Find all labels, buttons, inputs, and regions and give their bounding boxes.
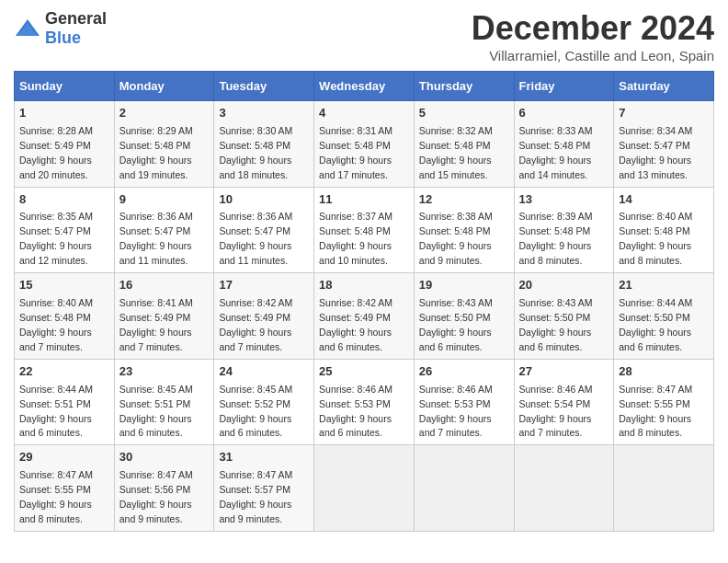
cell-info-line: Sunrise: 8:46 AM [319, 384, 392, 395]
calendar-cell: 31Sunrise: 8:47 AMSunset: 5:57 PMDayligh… [214, 445, 314, 532]
cell-info-line: Sunset: 5:56 PM [119, 484, 191, 495]
cell-info-line: Sunrise: 8:42 AM [219, 297, 292, 308]
cell-info-line: Sunset: 5:48 PM [319, 140, 391, 151]
cell-info-line: Daylight: 9 hours [219, 413, 291, 424]
cell-info-line: Daylight: 9 hours [319, 155, 392, 166]
day-number: 25 [319, 363, 409, 381]
logo-blue: Blue [45, 29, 81, 47]
cell-info-line: Daylight: 9 hours [419, 240, 492, 251]
cell-info-line: and 6 minutes. [19, 427, 83, 438]
calendar-cell: 10Sunrise: 8:36 AMSunset: 5:47 PMDayligh… [214, 187, 314, 273]
cell-info-line: Sunset: 5:49 PM [319, 312, 391, 323]
calendar-cell: 17Sunrise: 8:42 AMSunset: 5:49 PMDayligh… [214, 273, 314, 360]
cell-info-line: and 9 minutes. [419, 255, 483, 266]
cell-info-line: Daylight: 9 hours [19, 413, 92, 424]
cell-info-line: Sunset: 5:55 PM [19, 484, 91, 495]
calendar-cell: 21Sunrise: 8:44 AMSunset: 5:50 PMDayligh… [614, 273, 714, 360]
cell-info-line: Sunrise: 8:47 AM [19, 469, 93, 480]
day-number: 20 [519, 277, 609, 294]
calendar-cell: 2Sunrise: 8:29 AMSunset: 5:48 PMDaylight… [114, 101, 214, 188]
calendar-cell: 11Sunrise: 8:37 AMSunset: 5:48 PMDayligh… [314, 187, 415, 273]
day-number: 24 [219, 363, 309, 381]
cell-info-line: and 12 minutes. [19, 255, 88, 266]
week-row-3: 15Sunrise: 8:40 AMSunset: 5:48 PMDayligh… [15, 273, 714, 360]
cell-info-line: Sunset: 5:48 PM [19, 312, 91, 323]
calendar-cell: 3Sunrise: 8:30 AMSunset: 5:48 PMDaylight… [214, 101, 314, 188]
calendar-cell: 23Sunrise: 8:45 AMSunset: 5:51 PMDayligh… [114, 359, 214, 445]
cell-info-line: Daylight: 9 hours [19, 155, 92, 166]
day-number: 31 [219, 449, 309, 466]
cell-info-line: Sunrise: 8:34 AM [619, 125, 692, 136]
cell-info-line: Sunset: 5:48 PM [119, 140, 191, 151]
calendar-cell: 5Sunrise: 8:32 AMSunset: 5:48 PMDaylight… [414, 101, 514, 188]
week-row-1: 1Sunrise: 8:28 AMSunset: 5:49 PMDaylight… [15, 101, 714, 188]
calendar-table: SundayMondayTuesdayWednesdayThursdayFrid… [14, 71, 714, 532]
cell-info-line: and 6 minutes. [119, 427, 183, 438]
calendar-cell: 1Sunrise: 8:28 AMSunset: 5:49 PMDaylight… [15, 101, 115, 188]
title-area: December 2024 Villarramiel, Castille and… [472, 9, 714, 63]
cell-info-line: and 6 minutes. [319, 427, 382, 438]
cell-info-line: and 11 minutes. [119, 255, 188, 266]
cell-info-line: Daylight: 9 hours [119, 327, 192, 338]
day-number: 11 [319, 191, 409, 209]
cell-info-line: Sunset: 5:57 PM [219, 484, 290, 495]
cell-info-line: and 7 minutes. [19, 341, 83, 352]
day-number: 3 [219, 105, 309, 122]
calendar-cell: 12Sunrise: 8:38 AMSunset: 5:48 PMDayligh… [414, 187, 514, 273]
cell-info-line: and 8 minutes. [519, 255, 583, 266]
cell-info-line: Daylight: 9 hours [419, 327, 492, 338]
calendar-cell: 13Sunrise: 8:39 AMSunset: 5:48 PMDayligh… [514, 187, 614, 273]
subtitle: Villarramiel, Castille and Leon, Spain [472, 48, 714, 63]
cell-info-line: Sunset: 5:50 PM [519, 312, 591, 323]
cell-info-line: and 13 minutes. [619, 169, 688, 180]
cell-info-line: Sunset: 5:51 PM [119, 398, 191, 409]
day-header-saturday: Saturday [614, 72, 714, 101]
cell-info-line: Sunrise: 8:30 AM [219, 125, 292, 136]
cell-info-line: and 9 minutes. [119, 513, 183, 524]
calendar-cell: 27Sunrise: 8:46 AMSunset: 5:54 PMDayligh… [514, 359, 614, 445]
day-number: 29 [19, 449, 109, 466]
calendar-cell: 25Sunrise: 8:46 AMSunset: 5:53 PMDayligh… [314, 359, 415, 445]
calendar-cell: 16Sunrise: 8:41 AMSunset: 5:49 PMDayligh… [114, 273, 214, 360]
cell-info-line: and 6 minutes. [219, 427, 282, 438]
cell-info-line: Sunset: 5:49 PM [219, 312, 290, 323]
cell-info-line: Sunrise: 8:40 AM [19, 297, 93, 308]
cell-info-line: Daylight: 9 hours [619, 240, 691, 251]
cell-info-line: Daylight: 9 hours [619, 413, 691, 424]
calendar-cell: 4Sunrise: 8:31 AMSunset: 5:48 PMDaylight… [314, 101, 415, 188]
cell-info-line: Sunset: 5:53 PM [419, 398, 491, 409]
cell-info-line: Sunset: 5:55 PM [619, 398, 690, 409]
cell-info-line: Daylight: 9 hours [619, 155, 691, 166]
calendar-cell: 14Sunrise: 8:40 AMSunset: 5:48 PMDayligh… [614, 187, 714, 273]
day-number: 6 [519, 105, 609, 122]
calendar-cell: 18Sunrise: 8:42 AMSunset: 5:49 PMDayligh… [314, 273, 415, 360]
day-number: 2 [119, 105, 210, 122]
cell-info-line: Sunrise: 8:28 AM [19, 125, 93, 136]
cell-info-line: Sunset: 5:54 PM [519, 398, 591, 409]
cell-info-line: and 6 minutes. [319, 341, 382, 352]
day-number: 30 [119, 449, 210, 466]
calendar-cell: 29Sunrise: 8:47 AMSunset: 5:55 PMDayligh… [15, 445, 115, 532]
cell-info-line: Daylight: 9 hours [319, 413, 392, 424]
day-number: 15 [19, 277, 109, 294]
cell-info-line: and 6 minutes. [619, 341, 682, 352]
calendar-cell: 8Sunrise: 8:35 AMSunset: 5:47 PMDaylight… [15, 187, 115, 273]
cell-info-line: Sunset: 5:48 PM [619, 225, 690, 236]
cell-info-line: Sunset: 5:47 PM [619, 140, 690, 151]
day-number: 14 [619, 191, 709, 209]
cell-info-line: Daylight: 9 hours [519, 240, 592, 251]
cell-info-line: Sunrise: 8:38 AM [419, 211, 493, 222]
calendar-cell [314, 445, 415, 532]
cell-info-line: and 9 minutes. [219, 513, 282, 524]
calendar-cell: 26Sunrise: 8:46 AMSunset: 5:53 PMDayligh… [414, 359, 514, 445]
cell-info-line: Sunset: 5:47 PM [219, 225, 290, 236]
cell-info-line: Sunrise: 8:44 AM [19, 384, 93, 395]
cell-info-line: Sunrise: 8:42 AM [319, 297, 392, 308]
cell-info-line: and 20 minutes. [19, 169, 88, 180]
day-number: 1 [19, 105, 109, 122]
cell-info-line: Sunrise: 8:36 AM [119, 211, 193, 222]
cell-info-line: and 17 minutes. [319, 169, 388, 180]
week-row-5: 29Sunrise: 8:47 AMSunset: 5:55 PMDayligh… [15, 445, 714, 532]
cell-info-line: Sunrise: 8:45 AM [219, 384, 292, 395]
calendar-cell [514, 445, 614, 532]
